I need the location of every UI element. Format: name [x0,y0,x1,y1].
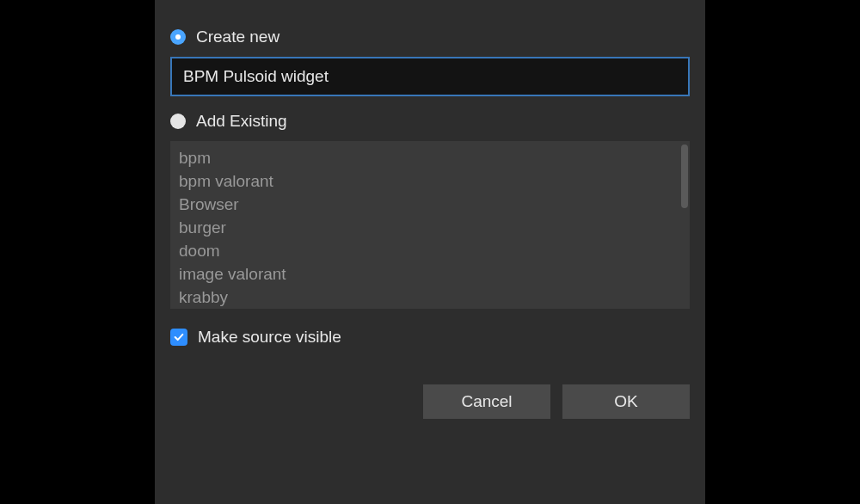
source-name-field-wrap [170,57,690,96]
add-existing-radio[interactable] [170,114,186,129]
create-new-row: Create new [170,28,690,46]
make-visible-checkbox[interactable] [170,329,187,346]
list-item[interactable]: Browser [179,193,681,216]
list-item[interactable]: image valorant [179,262,681,286]
list-scrollbar[interactable] [681,144,688,208]
create-new-label[interactable]: Create new [196,28,280,46]
create-source-dialog: Create new Add Existing bpm bpm valorant… [155,0,705,504]
list-item[interactable]: bpm [179,146,681,169]
list-item[interactable]: krabby [179,286,681,309]
make-visible-row: Make source visible [170,328,690,347]
cancel-button[interactable]: Cancel [423,384,550,419]
list-item[interactable]: doom [179,239,681,262]
source-name-input[interactable] [170,57,690,96]
add-existing-row: Add Existing [170,112,690,131]
list-item[interactable]: burger [179,216,681,239]
add-existing-label[interactable]: Add Existing [196,112,287,131]
ok-button[interactable]: OK [562,384,690,419]
dialog-buttons: Cancel OK [170,384,690,419]
existing-sources-list[interactable]: bpm bpm valorant Browser burger doom ima… [170,141,690,309]
make-visible-label[interactable]: Make source visible [198,328,341,347]
list-item[interactable]: bpm valorant [179,169,681,193]
check-icon [173,331,185,343]
create-new-radio[interactable] [170,29,186,45]
